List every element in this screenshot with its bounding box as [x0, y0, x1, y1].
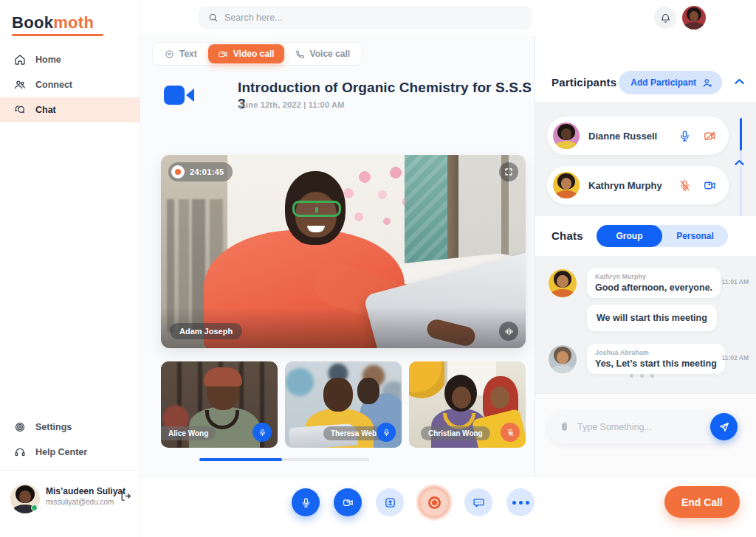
mic-on-icon[interactable]	[678, 130, 691, 142]
scrollbar-thumb[interactable]	[199, 458, 282, 461]
recording-timer: 24:01:45	[168, 162, 233, 181]
mic-muted-icon[interactable]	[501, 423, 520, 442]
search-icon	[208, 13, 219, 23]
sidebar-item-chat[interactable]: Chat	[0, 97, 140, 122]
record-button[interactable]	[418, 486, 450, 519]
chat-message: Joshua Abraham Yes, Let’s start this mee…	[587, 344, 725, 374]
bell-icon	[660, 13, 671, 24]
sidebar-item-help-center[interactable]: Help Center	[0, 440, 140, 465]
chat-input-wrap[interactable]	[547, 410, 740, 443]
sidebar-item-label: Settings	[35, 422, 72, 432]
brand-logo: Bookmoth	[12, 13, 94, 32]
sidebar-divider	[0, 470, 140, 471]
user-avatar[interactable]	[682, 6, 706, 30]
sidebar-item-home[interactable]: Home	[0, 47, 140, 72]
home-icon	[14, 54, 26, 66]
tab-text[interactable]: Text	[155, 44, 207, 63]
message-time: 11:02 AM	[721, 354, 749, 361]
text-tab-icon	[165, 49, 174, 59]
waveform-icon[interactable]	[499, 322, 518, 341]
message-sender: Joshua Abraham	[595, 349, 717, 356]
connect-icon	[14, 79, 26, 91]
pagination-dots	[630, 374, 654, 378]
thumbnail-scrollbar[interactable]	[199, 458, 369, 461]
sidebar-item-label: Chat	[35, 105, 56, 115]
filter-personal[interactable]: Personal	[662, 225, 728, 247]
participant-avatar	[553, 122, 580, 149]
message-text: We will start this meeting	[597, 313, 707, 323]
fullscreen-button[interactable]	[499, 162, 518, 181]
main-content: Text Video call Voice call Introduction …	[140, 35, 535, 476]
message-sender: Kathryn Murphy	[595, 273, 712, 280]
chevron-up-icon[interactable]	[735, 159, 744, 166]
chat-message: We will start this meeting	[587, 305, 717, 331]
chat-input[interactable]	[577, 422, 710, 432]
voice-call-icon	[295, 49, 305, 59]
mic-on-icon[interactable]	[377, 423, 396, 442]
camera-toggle-button[interactable]	[334, 488, 362, 516]
chevron-up-icon[interactable]	[735, 78, 744, 85]
record-dot-icon	[171, 165, 185, 179]
tab-video-call[interactable]: Video call	[208, 44, 284, 63]
profile-card: Mis’audeen Suliyat missuliyat@edu.com	[10, 482, 133, 516]
chat-dots-icon	[472, 496, 485, 509]
logout-icon[interactable]	[119, 490, 131, 502]
brand-underline	[12, 34, 103, 36]
sidebar-item-settings[interactable]: Settings	[0, 415, 140, 440]
thumbnail-name-tag: Christian Wong	[421, 426, 490, 440]
meeting-video-icon	[164, 84, 195, 106]
thumbnail-christian-wong[interactable]: Christian Wong	[409, 361, 526, 448]
call-control-bar: End Call	[140, 476, 756, 537]
sidebar-item-connect[interactable]: Connect	[0, 72, 140, 97]
sidebar-item-label: Home	[35, 55, 61, 65]
mic-muted-icon[interactable]	[678, 179, 691, 192]
profile-name: Mis’audeen Suliyat	[46, 486, 126, 496]
send-button[interactable]	[710, 413, 738, 440]
add-participant-icon	[702, 77, 713, 89]
thumbnail-alice-wong[interactable]: Alice Wong	[161, 361, 278, 448]
participant-row-kathryn-murphy[interactable]: Kathryn Murphy	[547, 166, 729, 204]
profile-email: missuliyat@edu.com	[46, 498, 114, 506]
participant-name: Kathryn Murphy	[588, 180, 678, 191]
call-mode-tabs: Text Video call Voice call	[152, 42, 362, 66]
mic-on-icon	[300, 497, 312, 508]
speaker-name-tag: Adam Joseph	[170, 323, 242, 339]
search-input[interactable]	[224, 13, 523, 23]
chats-heading: Chats	[551, 229, 583, 242]
message-text: Good afternoon, everyone.	[595, 283, 712, 293]
chat-filter-toggle: Group Personal	[597, 225, 728, 247]
topbar	[140, 0, 756, 35]
participant-avatar	[553, 172, 580, 198]
tab-voice-call[interactable]: Voice call	[286, 44, 360, 63]
sidebar-item-label: Help Center	[35, 447, 87, 457]
right-panel: Participants Add Participant Dianne Russ…	[535, 35, 756, 476]
main-video-feed[interactable]: 24:01:45 Adam Joseph	[161, 155, 526, 348]
thumbnail-theresa-webb[interactable]: Theresa Webb	[285, 361, 402, 448]
notifications-button[interactable]	[654, 7, 676, 29]
participant-row-dianne-russell[interactable]: Dianne Russell	[547, 117, 729, 155]
camera-off-icon[interactable]	[703, 130, 717, 142]
headset-icon	[14, 446, 26, 458]
filter-group[interactable]: Group	[597, 225, 662, 247]
end-call-button[interactable]: End Call	[664, 486, 740, 518]
chat-toggle-button[interactable]	[464, 488, 492, 516]
share-screen-button[interactable]	[376, 488, 404, 516]
record-icon	[428, 496, 441, 509]
message-avatar	[549, 345, 577, 373]
search-input-wrap[interactable]	[199, 7, 532, 29]
paperclip-icon[interactable]	[559, 420, 570, 433]
video-call-icon	[218, 49, 228, 59]
settings-icon	[14, 421, 26, 433]
more-options-button[interactable]	[506, 488, 535, 516]
send-icon	[718, 421, 730, 433]
online-status-dot	[31, 505, 38, 511]
add-participant-button[interactable]: Add Participant	[619, 71, 722, 94]
mic-on-icon[interactable]	[252, 423, 272, 442]
mic-toggle-button[interactable]	[292, 488, 320, 516]
scrollbar-thumb[interactable]	[740, 118, 742, 150]
sidebar-item-label: Connect	[35, 80, 72, 90]
chat-input-area	[535, 393, 756, 476]
camera-on-icon[interactable]	[703, 179, 717, 192]
participants-heading: Participants	[551, 76, 616, 89]
message-time: 11:01 AM	[721, 278, 749, 285]
